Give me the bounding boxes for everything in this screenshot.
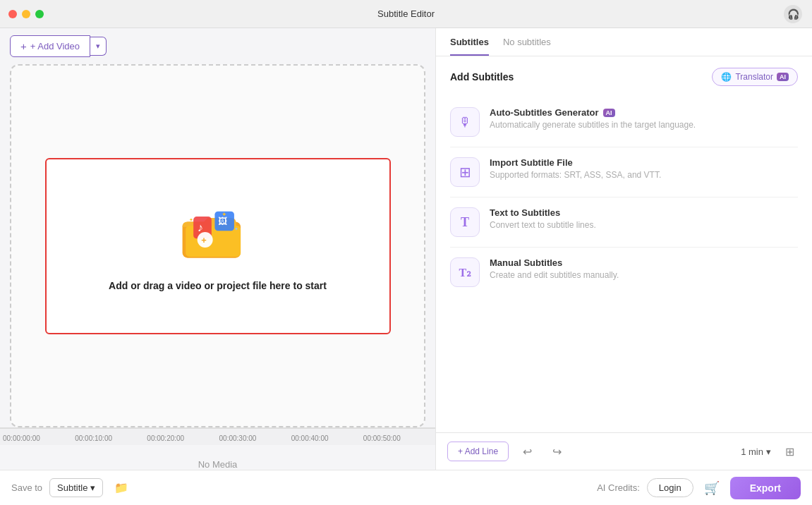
import-subtitle-desc: Supported formats: SRT, ASS, SSA, and VT…	[490, 170, 661, 180]
manual-subtitles-title-row: Manual Subtitles	[490, 257, 619, 268]
auto-subtitles-title-row: Auto-Subtitles Generator AI	[490, 107, 696, 118]
left-panel: + + Add Video ▾ ♪	[0, 28, 435, 470]
text-to-subtitles-title-row: Text to Subtitles	[490, 207, 596, 218]
text-to-subtitles-text: Text to Subtitles Convert text to subtit…	[490, 207, 596, 230]
svg-text:✦: ✦	[234, 226, 238, 232]
titlebar: Subtitle Editor 🎧	[0, 0, 812, 28]
video-drop-area[interactable]: ♪ 🖼 + ✦ ✦ ✦ Add or drag a video or proje…	[10, 64, 425, 427]
login-label: Login	[659, 482, 681, 493]
auto-subtitles-desc: Automatically generate subtitles in the …	[490, 120, 696, 130]
svg-text:✦: ✦	[188, 217, 193, 223]
save-to-label: Save to	[11, 482, 42, 493]
auto-subtitles-option[interactable]: 🎙 Auto-Subtitles Generator AI Automatica…	[450, 97, 798, 147]
auto-subtitles-icon-box: 🎙	[450, 107, 480, 137]
chevron-down-icon: ▾	[766, 446, 771, 457]
import-icon-box: ⊞	[450, 157, 480, 187]
right-panel: Subtitles No subtitles Add Subtitles 🌐 T…	[435, 28, 812, 470]
traffic-lights	[8, 10, 44, 18]
export-label: Export	[750, 482, 781, 494]
folder-icon: 📁	[114, 481, 128, 494]
tab-no-subtitles[interactable]: No subtitles	[503, 37, 551, 56]
right-content: Add Subtitles 🌐 Translator AI 🎙 Auto-Sub…	[436, 56, 812, 432]
plus-square-icon: ⊞	[459, 164, 471, 181]
fit-button[interactable]: ⊞	[778, 440, 801, 463]
auto-subtitles-text: Auto-Subtitles Generator AI Automaticall…	[490, 107, 696, 130]
manual-icon-box: T₂	[450, 257, 480, 287]
minimize-button[interactable]	[22, 10, 30, 18]
manual-subtitles-desc: Create and edit subtitles manually.	[490, 270, 619, 280]
dropdown-icon: ▾	[90, 482, 95, 493]
plus-icon: +	[20, 40, 27, 52]
drop-text: Add or drag a video or project file here…	[109, 280, 327, 291]
add-subtitles-title: Add Subtitles	[450, 71, 514, 83]
manual-subtitles-option[interactable]: T₂ Manual Subtitles Create and edit subt…	[450, 248, 798, 297]
timeline-mark-0: 00:00:00:00	[1, 434, 73, 442]
cart-icon: 🛒	[704, 480, 720, 496]
microphone-icon: 🎙	[459, 115, 471, 130]
redo-button[interactable]: ↪	[545, 440, 568, 463]
svg-text:+: +	[201, 234, 207, 245]
translator-icon: 🌐	[721, 72, 732, 82]
text-icon: T	[461, 215, 469, 230]
headphone-icon[interactable]: 🎧	[784, 5, 802, 23]
text-to-subtitles-icon-box: T	[450, 207, 480, 237]
add-video-label: + Add Video	[30, 41, 80, 51]
auto-subtitles-title: Auto-Subtitles Generator	[490, 107, 599, 118]
import-subtitle-title: Import Subtitle File	[490, 157, 573, 168]
duration-label: 1 min	[741, 446, 763, 457]
tab-subtitles[interactable]: Subtitles	[450, 37, 489, 56]
manual-text-icon: T₂	[459, 266, 471, 279]
export-button[interactable]: Export	[730, 477, 801, 499]
timeline-media-area: No Media	[0, 445, 435, 470]
manual-subtitles-title: Manual Subtitles	[490, 257, 562, 268]
timeline-marks: 00:00:00:00 00:00:10:00 00:00:20:00 00:0…	[0, 434, 435, 442]
import-subtitle-title-row: Import Subtitle File	[490, 157, 661, 168]
folder-illustration: ♪ 🖼 + ✦ ✦ ✦	[179, 201, 257, 267]
import-subtitle-text: Import Subtitle File Supported formats: …	[490, 157, 661, 180]
text-to-subtitles-option[interactable]: T Text to Subtitles Convert text to subt…	[450, 197, 798, 248]
auto-subtitles-ai-badge: AI	[603, 109, 615, 117]
fit-icon: ⊞	[785, 445, 794, 458]
redo-icon: ↪	[552, 445, 562, 458]
undo-icon: ↩	[523, 445, 532, 458]
timeline-mark-2: 00:00:20:00	[145, 434, 217, 442]
no-media-text: No Media	[198, 459, 238, 470]
svg-text:✦: ✦	[221, 211, 226, 218]
timeline-mark-3: 00:00:30:00	[218, 434, 290, 442]
maximize-button[interactable]	[35, 10, 44, 18]
undo-button[interactable]: ↩	[516, 440, 538, 463]
translator-button[interactable]: 🌐 Translator AI	[712, 68, 798, 86]
subtitle-option-label: Subtitle	[57, 482, 87, 493]
cart-button[interactable]: 🛒	[701, 477, 723, 499]
ai-badge: AI	[777, 73, 789, 81]
add-subtitles-header: Add Subtitles 🌐 Translator AI	[450, 68, 798, 86]
timeline-area: 00:00:00:00 00:00:10:00 00:00:20:00 00:0…	[0, 427, 435, 470]
toolbar: + + Add Video ▾	[0, 28, 435, 64]
import-subtitle-option[interactable]: ⊞ Import Subtitle File Supported formats…	[450, 147, 798, 197]
add-video-dropdown-button[interactable]: ▾	[90, 37, 107, 56]
text-to-subtitles-title: Text to Subtitles	[490, 207, 560, 218]
video-inner-box: ♪ 🖼 + ✦ ✦ ✦ Add or drag a video or proje…	[45, 158, 391, 334]
add-video-button[interactable]: + + Add Video	[10, 35, 90, 57]
save-to-select[interactable]: Subtitle ▾	[49, 478, 103, 497]
manual-subtitles-text: Manual Subtitles Create and edit subtitl…	[490, 257, 619, 280]
text-to-subtitles-desc: Convert text to subtitle lines.	[490, 220, 596, 230]
add-line-label: + Add Line	[458, 446, 498, 456]
login-button[interactable]: Login	[647, 478, 693, 497]
ai-credits-label: AI Credits:	[597, 482, 640, 493]
timeline-mark-1: 00:00:10:00	[73, 434, 145, 442]
action-bar: + Add Line ↩ ↪ 1 min ▾ ⊞	[436, 432, 812, 470]
timeline-mark-5: 00:00:50:00	[362, 434, 434, 442]
folder-button[interactable]: 📁	[110, 477, 133, 499]
main-area: + + Add Video ▾ ♪	[0, 28, 812, 470]
duration-select[interactable]: 1 min ▾	[741, 446, 771, 457]
right-tabs: Subtitles No subtitles	[436, 28, 812, 56]
bottom-bar: Save to Subtitle ▾ 📁 AI Credits: Login 🛒…	[0, 470, 812, 505]
app-title: Subtitle Editor	[377, 8, 435, 19]
svg-text:♪: ♪	[197, 221, 202, 233]
timeline-ruler: 00:00:00:00 00:00:10:00 00:00:20:00 00:0…	[0, 428, 435, 445]
timeline-mark-4: 00:00:40:00	[290, 434, 362, 442]
close-button[interactable]	[8, 10, 17, 18]
add-line-button[interactable]: + Add Line	[447, 442, 509, 461]
translator-label: Translator	[735, 72, 773, 82]
